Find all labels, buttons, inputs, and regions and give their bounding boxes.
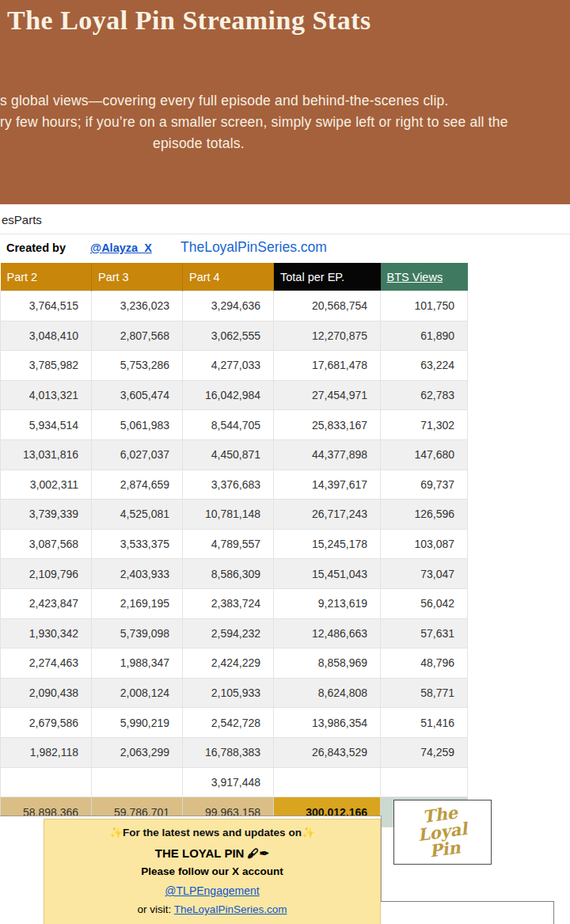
created-by-label: Created by xyxy=(6,241,66,254)
table-cell: 51,416 xyxy=(381,708,468,738)
table-cell: 3,236,023 xyxy=(92,291,183,321)
table-cell: 12,270,875 xyxy=(274,321,381,351)
loyal-pin-logo: The Loyal Pin xyxy=(393,800,492,865)
column-header-part2: Part 2 xyxy=(1,263,92,291)
table-cell: 2,274,463 xyxy=(1,648,92,679)
attribution-row: Created by @Alayza_X TheLoyalPinSeries.c… xyxy=(0,234,570,263)
table-cell: 3,785,982 xyxy=(1,351,92,381)
tab-bar: esParts xyxy=(0,204,570,234)
table-row: 3,764,5153,236,0233,294,63620,568,754101… xyxy=(1,291,468,321)
table-cell: 2,594,232 xyxy=(183,618,274,648)
news-notice-card: ✨For the latest news and updates on✨ THE… xyxy=(44,819,381,924)
author-link[interactable]: @Alayza_X xyxy=(90,241,152,254)
table-cell: 5,753,286 xyxy=(92,351,183,381)
tab-episodes-parts[interactable]: esParts xyxy=(2,213,42,226)
table-cell: 56,042 xyxy=(381,588,468,618)
stats-table-body: 3,764,5153,236,0233,294,63620,568,754101… xyxy=(1,291,468,797)
table-cell: 101,750 xyxy=(381,291,468,321)
table-cell: 12,486,663 xyxy=(274,618,381,648)
notice-line-updates: ✨For the latest news and updates on✨ xyxy=(44,826,380,838)
notice-line-follow: Please follow our X account xyxy=(44,865,380,877)
column-header-total-per-ep: Total per EP. xyxy=(274,263,381,291)
table-cell: 2,008,124 xyxy=(92,678,183,708)
footer-site-link[interactable]: TheLoyalPinSeries.com xyxy=(174,903,287,915)
table-cell: 8,858,969 xyxy=(274,648,381,679)
table-cell: 69,737 xyxy=(381,470,468,500)
table-cell: 2,423,847 xyxy=(1,588,92,618)
table-cell: 26,843,529 xyxy=(274,737,381,767)
table-cell: 103,087 xyxy=(381,529,468,559)
streaming-stats-table: Part 2 Part 3 Part 4 Total per EP. BTS V… xyxy=(0,263,468,827)
table-cell: 74,259 xyxy=(381,737,468,767)
notice-line-visit: or visit: TheLoyalPinSeries.com xyxy=(44,903,380,915)
table-cell: 5,061,983 xyxy=(92,410,183,440)
table-cell: 8,624,808 xyxy=(274,678,381,708)
table-cell: 2,169,195 xyxy=(92,588,183,618)
table-cell: 1,982,118 xyxy=(1,737,92,767)
table-cell xyxy=(381,767,468,797)
table-cell: 71,302 xyxy=(381,410,468,440)
table-row: 5,934,5145,061,9838,544,70525,833,16771,… xyxy=(1,410,468,440)
bts-views-link[interactable]: BTS Views xyxy=(387,271,443,283)
column-header-part4: Part 4 xyxy=(183,263,274,291)
table-cell: 3,533,375 xyxy=(92,529,183,559)
table-cell: 2,383,724 xyxy=(183,588,274,618)
table-cell: 13,986,354 xyxy=(274,708,381,738)
column-header-part3: Part 3 xyxy=(92,263,183,291)
table-row: 3,087,5683,533,3754,789,55715,245,178103… xyxy=(1,529,468,559)
table-cell: 3,294,636 xyxy=(183,291,274,321)
table-cell xyxy=(92,767,183,797)
table-row: 2,090,4382,008,1242,105,9338,624,80858,7… xyxy=(1,678,468,708)
table-cell: 126,596 xyxy=(381,500,468,530)
table-cell: 4,525,081 xyxy=(92,500,183,530)
table-cell: 2,109,796 xyxy=(1,559,92,589)
table-row: 3,002,3112,874,6593,376,68314,397,61769,… xyxy=(1,470,468,500)
table-row: 3,048,4102,807,5683,062,55512,270,87561,… xyxy=(1,321,468,351)
table-cell: 2,542,728 xyxy=(183,708,274,738)
table-cell: 8,586,309 xyxy=(183,559,274,589)
hero-subtitle-line-3: episode totals. xyxy=(153,135,245,152)
table-cell: 3,605,474 xyxy=(92,380,183,410)
table-cell: 5,739,098 xyxy=(92,618,183,648)
table-row: 2,423,8472,169,1952,383,7249,213,61956,0… xyxy=(1,588,468,618)
table-cell: 16,788,383 xyxy=(183,737,274,767)
table-cell: 4,450,871 xyxy=(183,439,274,470)
table-cell: 15,245,178 xyxy=(274,529,381,559)
table-cell: 3,002,311 xyxy=(1,470,92,500)
table-row: 2,109,7962,403,9338,586,30915,451,04373,… xyxy=(1,559,468,589)
table-cell: 5,934,514 xyxy=(1,410,92,440)
table-cell: 8,544,705 xyxy=(183,410,274,440)
table-cell: 26,717,243 xyxy=(274,500,381,530)
table-row: 1,982,1182,063,29916,788,38326,843,52974… xyxy=(1,737,468,767)
table-cell: 17,681,478 xyxy=(274,351,381,381)
table-row: 2,274,4631,988,3472,424,2298,858,96948,7… xyxy=(1,648,468,679)
logo-script-text: The Loyal Pin xyxy=(401,801,484,864)
table-cell: 57,631 xyxy=(381,618,468,648)
hero-subtitle-line-1: s global views—covering every full episo… xyxy=(0,93,449,109)
column-header-bts-views[interactable]: BTS Views xyxy=(381,263,468,291)
table-header: Part 2 Part 3 Part 4 Total per EP. BTS V… xyxy=(1,263,468,291)
table-cell: 1,988,347 xyxy=(92,648,183,679)
table-cell: 2,105,933 xyxy=(183,678,274,708)
table-cell: 61,890 xyxy=(381,321,468,351)
table-row: 1,930,3425,739,0982,594,23212,486,66357,… xyxy=(1,618,468,648)
site-link[interactable]: TheLoyalPinSeries.com xyxy=(180,239,327,256)
x-handle-link[interactable]: @TLPEngagement xyxy=(165,884,259,897)
table-cell: 4,789,557 xyxy=(183,529,274,559)
table-cell: 73,047 xyxy=(381,559,468,589)
table-row: 3,785,9825,753,2864,277,03317,681,47863,… xyxy=(1,351,468,381)
table-row: 13,031,8166,027,0374,450,87144,377,89814… xyxy=(1,439,468,470)
table-cell: 14,397,617 xyxy=(274,470,381,500)
table-cell: 3,376,683 xyxy=(183,470,274,500)
table-cell: 25,833,167 xyxy=(274,410,381,440)
table-cell: 2,063,299 xyxy=(92,737,183,767)
hero-subtitle-line-2: ry few hours; if you’re on a smaller scr… xyxy=(0,114,508,131)
table-cell: 13,031,816 xyxy=(1,439,92,470)
table-cell: 15,451,043 xyxy=(274,559,381,589)
table-cell: 2,679,586 xyxy=(1,708,92,738)
table-cell xyxy=(274,767,381,797)
table-cell: 1,930,342 xyxy=(1,618,92,648)
table-cell: 16,042,984 xyxy=(183,380,274,410)
table-cell: 3,739,339 xyxy=(1,500,92,530)
table-cell xyxy=(1,767,92,797)
